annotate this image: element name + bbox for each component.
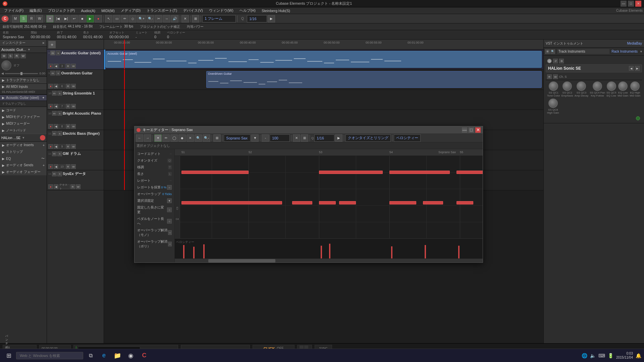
vst-search-btn[interactable]: 🔍 [550,49,555,54]
ke-tb-zoom-out[interactable]: 🔍- [203,134,210,142]
ke-quantize-arrow[interactable]: ▶ [335,134,342,142]
track-rec-btn-3[interactable]: ● [48,104,53,109]
inspector-sends-section[interactable]: ▶ オーディオ Sends + [0,162,47,169]
tb-quantize-arrow[interactable]: ▶ [268,15,275,22]
taskbar-chrome-btn[interactable]: ◉ [125,350,137,362]
transpose-value[interactable]: 0 [154,35,160,39]
ke-note-11[interactable] [423,201,443,204]
track-s-btn-1[interactable]: s [56,51,60,55]
tb-snap-btn[interactable]: S [20,15,27,22]
inspector-volume-knob[interactable] [1,60,11,70]
ke-fixed-length-item[interactable]: 固定した長さに変更 ○ [135,204,174,216]
track-r-btn-5[interactable]: R [66,144,70,149]
tb-speaker[interactable]: 🔊 [171,15,178,22]
inspector-m-btn[interactable]: M [1,54,7,58]
inspector-strip-section[interactable]: ▶ ストリップ [0,148,47,155]
track-m-btn-1[interactable]: m [50,51,55,55]
ke-tb-active-tool[interactable]: ✦ [154,134,162,142]
offset-value[interactable]: 00:00:00:00 [109,35,129,39]
ke-legato-on-btn[interactable]: ○ [167,185,172,190]
ke-note-12[interactable] [457,201,473,204]
track-clip-overdriven[interactable]: Overdriven Guitar [206,71,542,88]
maximize-button[interactable]: □ [628,1,634,7]
tb-record[interactable]: ● [95,15,102,22]
inspector-midi-header[interactable]: ▶ All MIDI Inputs [0,84,47,89]
track-r-btn-1[interactable]: R [66,64,70,68]
tb-stop[interactable]: ■ [78,15,86,22]
minimize-button[interactable]: — [621,1,627,7]
vst-power-btn[interactable]: ⏻ [547,59,552,63]
ke-pedal-note-item[interactable]: ペダルをノート長へ ○ [135,216,174,227]
inspector-midi-fader-section[interactable]: ▶ MIDIフェーダー [0,120,47,127]
tb-x[interactable]: ✕ [181,15,189,22]
track-rec-btn-5[interactable]: ● [48,144,53,149]
ke-track-display[interactable]: Soprano Sax [224,134,251,142]
tb-eraser[interactable]: ◇ [129,15,137,22]
tb-cursor[interactable]: ↖ [105,15,112,22]
track-lane-1[interactable]: Acoustic Guitar (steel) [104,50,543,70]
ke-legato-item[interactable]: レガート [135,177,174,184]
clock-area[interactable]: 0:03 2015/11/04 [616,352,633,359]
end-value[interactable]: 00:01:48:00 [57,35,76,39]
ke-tempo-display[interactable]: 100 [270,134,290,142]
track-w-btn-3[interactable]: W [71,104,76,109]
tb-play[interactable]: ▶ [87,15,94,22]
tb-split[interactable]: ✂ [155,15,162,22]
track-r-btn-2[interactable]: R [66,84,70,88]
vst-knob-eqhigh-control[interactable] [630,81,640,91]
ke-close-btn[interactable]: ✕ [475,127,481,133]
inspector-track-select[interactable]: Acoustic Guit... ▼ [0,47,47,53]
ke-legato-adopt-item[interactable]: レガートを採算 0 % ○ [135,184,174,191]
ke-minimize-btn[interactable]: — [462,127,467,133]
track-w-btn-5[interactable]: W [71,144,76,149]
ke-overlap-item[interactable]: オーバーラップ 0 Ticks [135,191,174,197]
taskbar-start-button[interactable]: ⊞ [3,350,15,362]
ke-tb-eraser[interactable]: ◆ [178,134,186,142]
ke-length-item[interactable]: 長さ L [135,171,174,177]
track-prev-btn-4[interactable]: ◀ [54,124,58,129]
track-s-btn-2[interactable]: s [56,71,60,75]
ke-note-7[interactable] [389,171,450,174]
track-s-btn-7[interactable]: s [57,172,62,176]
menu-devices[interactable]: デバイス(V) [180,7,206,14]
ke-selection-fixed-item[interactable]: 選択済固定 ▼ [135,197,174,204]
track-r-btn-7[interactable]: R [70,184,75,189]
ke-fixed-length-btn[interactable]: ○ [167,207,172,212]
start-value[interactable]: 00:00:00:00 [31,35,50,39]
ke-quantize-item[interactable]: クオンタイズ Q [135,157,174,164]
ke-overlap-poly-item[interactable]: オーバーラップ解消（ポリ） ○ [135,238,174,250]
plugin-power-icon[interactable] [40,135,45,140]
tb-grid[interactable]: ⊞ [192,15,199,22]
inspector-pan-slider[interactable] [5,73,38,74]
tb-select-tool[interactable]: ✦ [46,15,54,22]
ke-note-8[interactable] [457,171,483,174]
vst-r-btn[interactable]: R [547,74,552,79]
vst-track-instruments[interactable]: Track Instruments [557,49,609,54]
track-rec-btn-6[interactable]: ● [48,164,53,169]
menu-hub[interactable]: Steinberg Hub(S) [259,8,293,13]
inspector-audio-fader-section[interactable]: ▶ オーディオ フェーダー [0,169,47,175]
track-s-btn-6[interactable]: s [57,152,62,156]
track-w-btn-2[interactable]: W [71,84,76,88]
vst-plugin-next[interactable]: ▶ [635,66,640,71]
vst-knob-qc4-control[interactable] [593,81,602,91]
ke-note-3[interactable] [181,201,282,204]
menu-file[interactable]: ファイル(F) [1,7,26,14]
track-prev-btn-2[interactable]: ◀ [54,84,58,88]
track-m-btn-6[interactable]: m [52,152,57,156]
track-clip-guitar-1[interactable]: Acoustic Guitar (steel) [106,51,542,68]
ke-pedal-note-btn[interactable]: ○ [167,219,172,224]
ke-selection-fixed-arrow[interactable]: ▼ [167,198,172,203]
ke-quantize-label[interactable]: クオンタイズとリリング [345,134,391,142]
ke-quantize-display[interactable]: 1/16 [314,134,334,142]
vst-knob-eqlow-control[interactable] [618,81,628,91]
inspector-track-item[interactable]: ▶ Acoustic Guitar (steel) ✦ [0,95,47,101]
tb-zoom-minus[interactable]: 🔍- [147,15,154,22]
tb-logo[interactable]: C [1,15,9,22]
track-w-btn-6[interactable]: W [71,164,76,169]
ke-grid-btn[interactable]: ⊞ [301,134,308,142]
inspector-r-btn[interactable]: R [14,54,19,58]
tb-mute[interactable]: ↔ [163,15,170,22]
track-prev-btn-6[interactable]: ◀ [54,164,58,169]
inspector-plugin-row[interactable]: HALion ...SE ▼ [0,134,47,142]
